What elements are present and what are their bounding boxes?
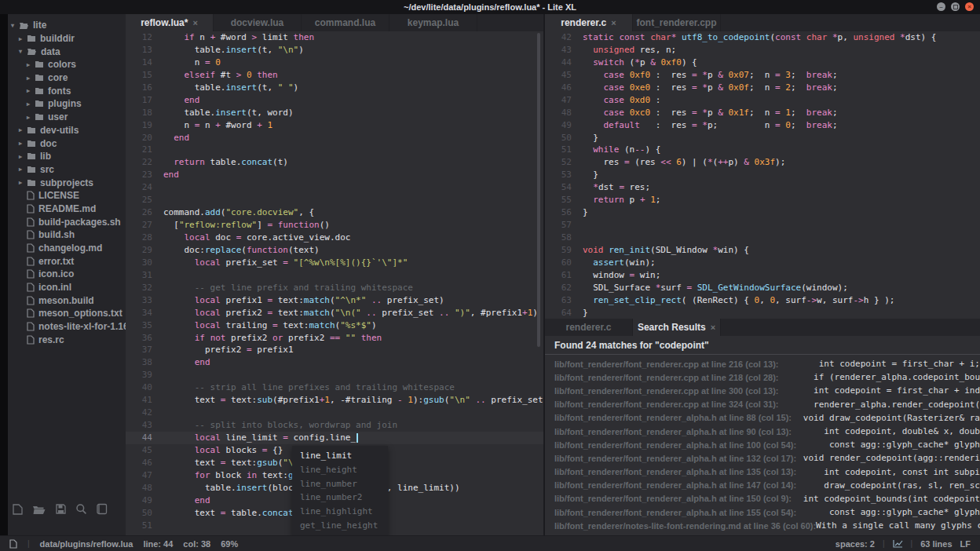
tree-item-subprojects[interactable]: ▸subprojects: [8, 176, 126, 189]
tree-item-LICENSE[interactable]: LICENSE: [8, 189, 126, 203]
code-line[interactable]: 30 local prefix_set = "[^%w\n%[%](){}`'\…: [126, 257, 543, 269]
code-line[interactable]: 37 prefix2 = prefix1: [126, 344, 543, 356]
code-line[interactable]: 47 case 0xd0 :: [545, 94, 980, 107]
tab-docview-lua[interactable]: docview.lua: [214, 14, 302, 31]
search-result-row[interactable]: lib/font_renderer/font_renderer_alpha.h …: [545, 492, 980, 505]
left-editor[interactable]: 12 if n + #word > limit then13 table.ins…: [126, 31, 543, 535]
search-result-row[interactable]: lib/font_renderer/font_renderer.cpp at l…: [545, 357, 980, 370]
search-result-row[interactable]: lib/font_renderer/font_renderer_alpha.h …: [545, 438, 980, 451]
code-line[interactable]: 34 local prefix2 = text:match("\n(" .. p…: [126, 307, 543, 319]
code-line[interactable]: 13 table.insert(t, "\n"): [126, 44, 543, 57]
tab-font-renderer-cpp[interactable]: font_renderer.cpp: [633, 14, 721, 31]
tree-item-meson.build[interactable]: meson.build: [8, 294, 126, 307]
code-line[interactable]: 54 *dst = res;: [545, 181, 980, 194]
tree-item-icon.ico[interactable]: icon.ico: [8, 268, 126, 281]
code-line[interactable]: 28 local doc = core.active_view.doc: [126, 232, 543, 244]
code-line[interactable]: 17 end: [126, 94, 543, 107]
code-line[interactable]: 46 case 0xe0 : res = *p & 0x0f; n = 2; b…: [545, 82, 980, 94]
code-line[interactable]: 58: [545, 232, 980, 244]
code-line[interactable]: 31: [126, 269, 543, 282]
statusbar-scroll-percent[interactable]: 69%: [221, 539, 238, 549]
code-line[interactable]: 27 ["reflow:reflow"] = function(): [126, 219, 543, 232]
tab-keymap-lua[interactable]: keymap.lua: [389, 14, 477, 31]
search-result-row[interactable]: lib/font_renderer/font_renderer_alpha.h …: [545, 505, 980, 519]
tree-item-fonts[interactable]: ▸fonts: [8, 84, 126, 97]
tree-item-build-packages.sh[interactable]: build-packages.sh: [8, 215, 126, 228]
code-line[interactable]: 55 return p + 1;: [545, 194, 980, 206]
tree-item-doc[interactable]: ▸doc: [8, 137, 126, 150]
code-line[interactable]: 42static const char* utf8_to_codepoint(c…: [545, 31, 980, 44]
tree-item-colors[interactable]: ▸colors: [8, 58, 126, 71]
code-line[interactable]: 61 window = win;: [545, 269, 980, 282]
statusbar-line-count[interactable]: 63 lines: [920, 539, 952, 549]
code-line[interactable]: 24: [126, 181, 543, 194]
book-icon[interactable]: [96, 503, 108, 515]
autocomplete-item[interactable]: line_number2: [292, 491, 388, 505]
code-line[interactable]: 29 doc:replace(function(text): [126, 244, 543, 257]
new-file-icon[interactable]: [12, 503, 24, 516]
tree-item-src[interactable]: ▸src: [8, 163, 126, 177]
tab-close-icon[interactable]: ×: [711, 323, 715, 332]
maximize-button[interactable]: [951, 2, 960, 11]
code-line[interactable]: 60 assert(win);: [545, 257, 980, 269]
code-line[interactable]: 35 local trailing = text:match("%s*$"): [126, 319, 543, 332]
code-line[interactable]: 53 }: [545, 169, 980, 181]
code-line[interactable]: 22 return table.concat(t): [126, 156, 543, 169]
code-line[interactable]: 62 SDL_Surface *surf = SDL_GetWindowSurf…: [545, 282, 980, 294]
tab-command-lua[interactable]: command.lua: [302, 14, 389, 31]
minimize-button[interactable]: –: [937, 2, 945, 11]
tree-item-builddir[interactable]: ▸builddir: [8, 32, 126, 46]
statusbar-line[interactable]: line: 44: [143, 539, 173, 549]
code-line[interactable]: 20 end: [126, 132, 543, 144]
code-line[interactable]: 42: [126, 407, 543, 419]
search-icon[interactable]: [75, 503, 87, 515]
tree-item-icon.inl[interactable]: icon.inl: [8, 281, 126, 294]
code-line[interactable]: 59void ren_init(SDL_Window *win) {: [545, 244, 980, 257]
tree-item-lite[interactable]: ▾lite: [8, 19, 126, 32]
statusbar-col[interactable]: col: 38: [183, 539, 210, 549]
code-line[interactable]: 56}: [545, 206, 980, 219]
tree-item-user[interactable]: ▸user: [8, 111, 126, 124]
tab-close-icon[interactable]: ×: [192, 18, 197, 27]
code-line[interactable]: 44 switch (*p & 0xf0) {: [545, 57, 980, 69]
tree-item-data[interactable]: ▾data: [8, 45, 126, 58]
search-result-row[interactable]: lib/font_renderer/font_renderer_alpha.h …: [545, 425, 980, 438]
tab-search-results[interactable]: Search Results×: [633, 319, 721, 336]
autocomplete-item[interactable]: line_height: [292, 463, 388, 477]
tree-item-lib[interactable]: ▸lib: [8, 150, 126, 163]
statusbar-file-path[interactable]: data/plugins/reflow.lua: [40, 539, 133, 549]
tree-item-res.rc[interactable]: res.rc: [8, 334, 126, 347]
tab-renderer-c[interactable]: renderer.c: [545, 319, 633, 336]
code-line[interactable]: 25: [126, 194, 543, 206]
code-line[interactable]: 48 case 0xc0 : res = *p & 0x1f; n = 1; b…: [545, 107, 980, 119]
search-result-row[interactable]: lib/font_renderer/font_renderer.cpp at l…: [545, 370, 980, 384]
left-editor-scrollbar[interactable]: [537, 33, 540, 347]
code-line[interactable]: 16 table.insert(t, " "): [126, 82, 543, 94]
tree-item-build.sh[interactable]: build.sh: [8, 228, 126, 242]
code-line[interactable]: 23end: [126, 169, 543, 181]
code-line[interactable]: 50 }: [545, 132, 980, 144]
code-line[interactable]: 26command.add("core.docview", {: [126, 206, 543, 219]
tab-renderer-c[interactable]: renderer.c×: [545, 14, 633, 31]
close-button[interactable]: ×: [965, 2, 974, 11]
search-result-row[interactable]: lib/font_renderer/notes-lite-font-render…: [545, 519, 980, 532]
tree-item-changelog.md[interactable]: changelog.md: [8, 242, 126, 255]
line-graph-icon[interactable]: [893, 539, 903, 548]
tree-item-notes-lite-xl-for-1.16[interactable]: notes-lite-xl-for-1.16: [8, 320, 126, 334]
code-line[interactable]: 32 -- get line prefix and trailing white…: [126, 282, 543, 294]
code-line[interactable]: 64}: [545, 307, 980, 319]
code-line[interactable]: 63 ren_set_clip_rect( (RenRect) { 0, 0, …: [545, 294, 980, 307]
right-editor[interactable]: 42static const char* utf8_to_codepoint(c…: [545, 31, 980, 319]
autocomplete-item[interactable]: line_number: [292, 477, 388, 491]
code-line[interactable]: 38 end: [126, 356, 543, 369]
statusbar-line-ending[interactable]: LF: [960, 539, 971, 549]
search-result-row[interactable]: lib/font_renderer/font_renderer.cpp at l…: [545, 398, 980, 411]
code-line[interactable]: 14 n = 0: [126, 57, 543, 69]
code-line[interactable]: 15 elseif #t > 0 then: [126, 69, 543, 82]
code-line[interactable]: 41 text = text:sub(#prefix1+1, -#trailin…: [126, 394, 543, 407]
autocomplete-item[interactable]: line_limit: [292, 449, 388, 463]
search-result-row[interactable]: lib/font_renderer/font_renderer_alpha.h …: [545, 479, 980, 492]
autocomplete-item[interactable]: line_highlight: [292, 505, 388, 519]
statusbar-indent[interactable]: spaces: 2: [836, 539, 875, 549]
code-line[interactable]: 44 local line_limit = config.line_: [126, 432, 543, 444]
